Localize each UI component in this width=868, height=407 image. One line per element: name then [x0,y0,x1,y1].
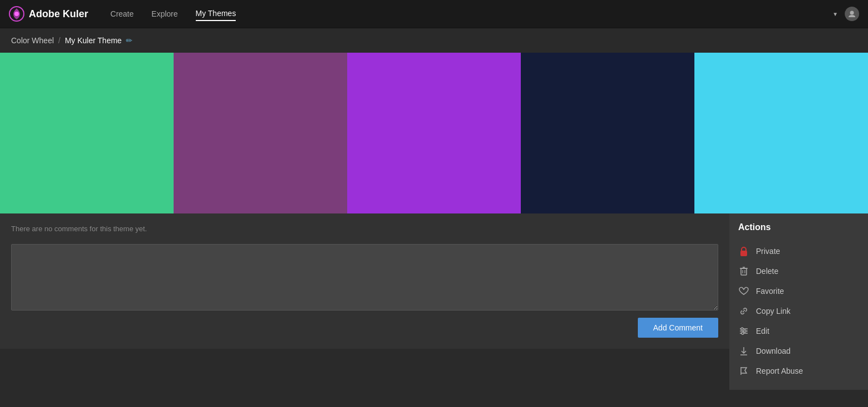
svg-rect-4 [741,268,747,275]
trash-icon [738,266,749,277]
actions-title: Actions [738,222,859,232]
add-comment-button[interactable]: Add Comment [638,318,718,338]
svg-point-2 [850,11,854,15]
heart-icon [738,286,749,297]
action-report-abuse-label: Report Abuse [756,367,803,375]
svg-rect-3 [740,251,747,256]
action-favorite[interactable]: Favorite [738,281,859,301]
flag-icon [738,365,749,377]
breadcrumb-current: My Kuler Theme [65,36,121,45]
comment-textarea[interactable] [11,244,718,311]
lock-icon [738,246,749,257]
no-comments-text: There are no comments for this theme yet… [11,225,718,233]
action-private-label: Private [756,247,780,256]
svg-point-12 [741,328,743,330]
swatch-1[interactable] [0,53,174,213]
svg-point-1 [14,12,19,16]
actions-panel: Actions Private [729,213,868,390]
svg-point-14 [742,332,744,334]
action-edit[interactable]: Edit [738,321,859,341]
user-avatar[interactable] [845,7,859,21]
comments-section: There are no comments for this theme yet… [0,213,729,390]
nav-explore[interactable]: Explore [151,7,177,21]
action-download[interactable]: Download [738,341,859,361]
app-header: Adobe Kuler Create Explore My Themes ▼ [0,0,868,28]
app-name-label: Adobe Kuler [29,8,88,20]
action-copy-link[interactable]: Copy Link [738,301,859,321]
action-delete-label: Delete [756,267,778,276]
action-report-abuse[interactable]: Report Abuse [738,361,859,381]
action-copy-link-label: Copy Link [756,307,790,316]
swatch-4[interactable] [521,53,694,213]
logo-icon [9,6,24,22]
sliders-icon [738,325,749,337]
main-nav: Create Explore My Themes [110,7,833,21]
link-icon [738,306,749,317]
app-logo: Adobe Kuler [9,6,88,22]
header-right: ▼ [833,7,859,21]
action-private[interactable]: Private [738,241,859,261]
action-delete[interactable]: Delete [738,261,859,281]
breadcrumb-link[interactable]: Color Wheel [11,36,54,45]
breadcrumb-separator: / [58,36,60,45]
action-edit-label: Edit [756,327,769,335]
breadcrumb: Color Wheel / My Kuler Theme ✏ [0,28,868,53]
swatch-3[interactable] [347,53,521,213]
edit-pencil-icon[interactable]: ✏ [126,36,133,45]
nav-create[interactable]: Create [110,7,134,21]
nav-my-themes[interactable]: My Themes [196,7,236,21]
dropdown-arrow-icon[interactable]: ▼ [833,11,838,17]
comment-actions: Add Comment [11,318,718,338]
content-wrapper: There are no comments for this theme yet… [0,213,868,390]
action-favorite-label: Favorite [756,287,784,296]
svg-point-13 [744,330,746,332]
swatch-5[interactable] [694,53,868,213]
download-icon [738,345,749,357]
user-icon [847,9,856,18]
color-swatches [0,53,868,213]
action-download-label: Download [756,347,790,355]
swatch-2[interactable] [174,53,347,213]
